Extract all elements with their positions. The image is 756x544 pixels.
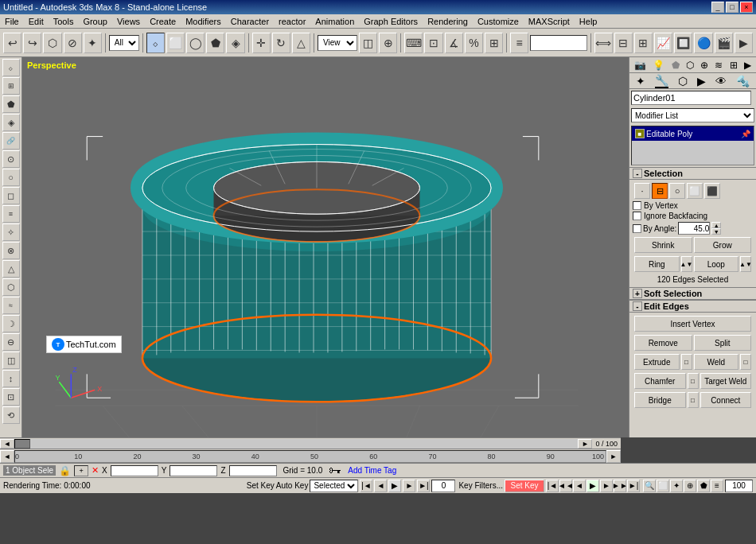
left-tool-17[interactable]: ◫ bbox=[2, 352, 20, 369]
rp-prop-create[interactable]: ✦ bbox=[636, 75, 645, 87]
menu-animation[interactable]: Animation bbox=[310, 16, 359, 27]
selection-filter-dropdown[interactable]: All bbox=[109, 35, 139, 51]
transport-btn-5[interactable]: ▶ bbox=[586, 480, 599, 492]
transport-btn-8[interactable]: ►| bbox=[627, 480, 640, 492]
left-tool-link[interactable]: 🔗 bbox=[2, 132, 20, 150]
ignore-backfacing-checkbox[interactable] bbox=[633, 212, 641, 220]
left-tool-4[interactable]: ◈ bbox=[2, 114, 20, 131]
rp-tab-camera[interactable]: 📷 bbox=[634, 60, 646, 71]
edit-edges-toggle[interactable]: - bbox=[633, 301, 642, 311]
ring-arrow[interactable]: ▲▼ bbox=[681, 256, 692, 272]
loop-arrow[interactable]: ▲▼ bbox=[740, 256, 751, 272]
left-tool-19[interactable]: ⊡ bbox=[2, 388, 20, 406]
menu-reactor[interactable]: reactor bbox=[274, 16, 310, 27]
viewport[interactable]: Perspective T TechTut.com bbox=[22, 57, 629, 437]
transport-prev-frame[interactable]: ◄ bbox=[374, 480, 387, 492]
timeline-prev-btn[interactable]: ◄ bbox=[0, 450, 14, 463]
transport-start[interactable]: |◄ bbox=[360, 480, 372, 492]
left-tool-10[interactable]: ✧ bbox=[2, 223, 20, 241]
left-tool-8[interactable]: ◻ bbox=[2, 187, 20, 204]
insert-vertex-button[interactable]: Insert Vertex bbox=[634, 316, 751, 332]
menu-help[interactable]: Help bbox=[575, 16, 602, 27]
left-tool-16[interactable]: ⊖ bbox=[2, 333, 20, 351]
selection-toggle[interactable]: - bbox=[633, 169, 642, 178]
z-coord-input[interactable] bbox=[229, 465, 277, 476]
vertex-icon[interactable]: · bbox=[634, 183, 650, 199]
scale-button[interactable]: △ bbox=[292, 33, 310, 53]
menu-character[interactable]: Character bbox=[226, 16, 274, 27]
extrude-arrow[interactable]: □ bbox=[681, 354, 692, 370]
modifier-list-dropdown[interactable]: Modifier List bbox=[631, 108, 754, 122]
weld-button[interactable]: Weld bbox=[694, 354, 739, 370]
frame-number-input[interactable] bbox=[431, 480, 455, 492]
unlink-button[interactable]: ⊘ bbox=[64, 33, 82, 53]
border-icon[interactable]: ○ bbox=[669, 183, 685, 199]
minimize-button[interactable]: _ bbox=[711, 2, 724, 13]
select-and-manipulate[interactable]: ⊕ bbox=[379, 33, 397, 53]
scroll-right-btn[interactable]: ► bbox=[578, 439, 592, 449]
transport-btn-2[interactable]: |◄ bbox=[546, 480, 559, 492]
align-button[interactable]: ⊟ bbox=[614, 33, 633, 53]
menu-customize[interactable]: Customize bbox=[473, 16, 524, 27]
modifier-entry[interactable]: ■ Editable Poly 📌 bbox=[632, 126, 754, 141]
left-tool-12[interactable]: △ bbox=[2, 260, 20, 278]
bridge-button[interactable]: Bridge bbox=[634, 392, 686, 408]
key-icon[interactable]: 🗝 bbox=[329, 464, 341, 478]
angle-spinner[interactable]: ▲ ▼ bbox=[711, 222, 721, 235]
soft-selection-header[interactable]: + Soft Selection bbox=[629, 287, 756, 300]
rp-tab-system[interactable]: ⊞ bbox=[730, 60, 738, 71]
chamfer-button[interactable]: Chamfer bbox=[634, 373, 686, 389]
rp-tab-helper[interactable]: ⊕ bbox=[700, 60, 708, 71]
rp-tab-shape[interactable]: ⬡ bbox=[686, 60, 694, 71]
left-tool-7[interactable]: ○ bbox=[2, 169, 20, 186]
schematic-view[interactable]: 🔲 bbox=[674, 33, 692, 53]
left-tool-2[interactable]: ⊞ bbox=[2, 77, 20, 95]
set-key-button[interactable]: Set Key bbox=[505, 480, 544, 492]
rp-tab-light[interactable]: 💡 bbox=[653, 60, 664, 71]
bind-to-space-warp[interactable]: ✦ bbox=[84, 33, 102, 53]
modifier-pin[interactable]: 📌 bbox=[741, 130, 750, 138]
right-icon-6[interactable]: ≡ bbox=[711, 480, 723, 492]
right-icon-3[interactable]: ✦ bbox=[670, 480, 683, 492]
selection-rollout-header[interactable]: - Selection bbox=[629, 167, 756, 180]
render-scene[interactable]: 🎬 bbox=[715, 33, 733, 53]
reference-coord-dropdown[interactable]: View bbox=[318, 35, 357, 51]
menu-graph-editors[interactable]: Graph Editors bbox=[359, 16, 423, 27]
mirror-button[interactable]: ⟺ bbox=[594, 33, 613, 53]
menu-views[interactable]: Views bbox=[112, 16, 145, 27]
rp-prop-motion[interactable]: ▶ bbox=[697, 75, 706, 87]
rp-tab-geo[interactable]: ⬟ bbox=[672, 60, 680, 71]
rotate-button[interactable]: ↻ bbox=[272, 33, 290, 53]
grow-button[interactable]: Grow bbox=[694, 237, 752, 253]
lock-icon[interactable]: 🔒 bbox=[59, 465, 71, 476]
polygon-icon[interactable]: ⬜ bbox=[687, 183, 703, 199]
redo-button[interactable]: ↪ bbox=[23, 33, 41, 53]
transport-end[interactable]: ►| bbox=[417, 480, 430, 492]
chamfer-arrow[interactable]: □ bbox=[688, 373, 699, 389]
shrink-button[interactable]: Shrink bbox=[634, 237, 692, 253]
remove-button[interactable]: Remove bbox=[634, 335, 692, 351]
rp-prop-display[interactable]: 👁 bbox=[715, 75, 727, 87]
layer-manager[interactable]: ⊞ bbox=[634, 33, 653, 53]
menu-create[interactable]: Create bbox=[145, 16, 181, 27]
element-icon[interactable]: ⬛ bbox=[704, 183, 720, 199]
selected-dropdown[interactable]: Selected bbox=[310, 480, 358, 492]
select-button[interactable]: ⬦ bbox=[146, 33, 165, 53]
undo-button[interactable]: ↩ bbox=[3, 33, 21, 53]
delete-icon[interactable]: ✕ bbox=[92, 465, 99, 476]
y-coord-input[interactable] bbox=[170, 465, 217, 476]
left-tool-9[interactable]: ≡ bbox=[2, 205, 20, 223]
target-weld-button[interactable]: Target Weld bbox=[700, 373, 752, 389]
edit-edges-header[interactable]: - Edit Edges bbox=[629, 300, 756, 313]
transport-btn-4[interactable]: ◄ bbox=[573, 480, 586, 492]
menu-group[interactable]: Group bbox=[78, 16, 112, 27]
bridge-arrow[interactable]: □ bbox=[688, 392, 699, 408]
move-button[interactable]: ✛ bbox=[252, 33, 271, 53]
edge-icon[interactable]: ⊟ bbox=[652, 183, 668, 199]
menu-file[interactable]: File bbox=[0, 16, 24, 27]
modifier-vis-toggle[interactable]: ■ bbox=[635, 129, 645, 138]
left-tool-13[interactable]: ⬡ bbox=[2, 278, 20, 296]
select-region-fence[interactable]: ⬟ bbox=[206, 33, 224, 53]
select-region-lasso[interactable]: ◈ bbox=[226, 33, 244, 53]
select-region-rect[interactable]: ⬜ bbox=[166, 33, 185, 53]
